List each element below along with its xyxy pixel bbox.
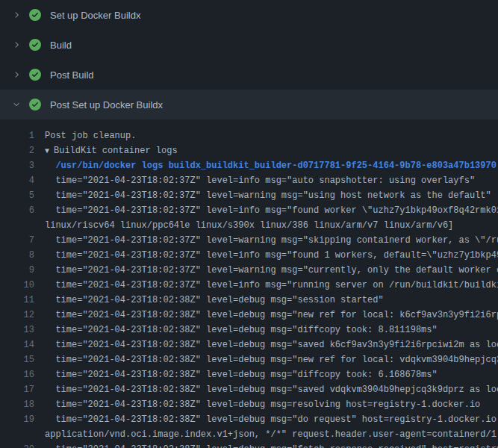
line-number	[0, 218, 45, 233]
log-text: time="2021-04-23T18:02:38Z" level=debug …	[45, 397, 498, 412]
line-number[interactable]: 7	[0, 233, 45, 248]
log-text: time="2021-04-23T18:02:37Z" level=warnin…	[45, 233, 498, 248]
log-line: 5 time="2021-04-23T18:02:37Z" level=warn…	[0, 188, 498, 203]
log-text: time="2021-04-23T18:02:38Z" level=debug …	[45, 442, 498, 448]
log-line: 7 time="2021-04-23T18:02:37Z" level=warn…	[0, 233, 498, 248]
section-header-build[interactable]: Build	[0, 30, 498, 60]
line-number[interactable]: 5	[0, 188, 45, 203]
chevron-right-icon	[12, 10, 21, 19]
line-number[interactable]: 20	[0, 442, 45, 448]
line-number[interactable]: 14	[0, 337, 45, 352]
log-line: 18 time="2021-04-23T18:02:38Z" level=deb…	[0, 397, 498, 412]
line-number[interactable]: 18	[0, 397, 45, 412]
command-text: /usr/bin/docker logs buildx_buildkit_bui…	[45, 158, 498, 173]
log-line: linux/riscv64 linux/ppc64le linux/s390x …	[0, 218, 498, 233]
log-text: time="2021-04-23T18:02:38Z" level=debug …	[45, 323, 498, 337]
log-line: 19 time="2021-04-23T18:02:38Z" level=deb…	[0, 412, 498, 427]
log-text: time="2021-04-23T18:02:37Z" level=info m…	[45, 278, 498, 293]
log-text: time="2021-04-23T18:02:38Z" level=debug …	[45, 367, 498, 382]
line-number[interactable]: 13	[0, 323, 45, 337]
check-circle-icon	[29, 69, 41, 81]
section-title: Build	[50, 40, 72, 51]
line-number[interactable]: 12	[0, 308, 45, 323]
log-text: Post job cleanup.	[45, 128, 498, 143]
log-text: time="2021-04-23T18:02:37Z" level=info m…	[45, 248, 498, 263]
log-text: time="2021-04-23T18:02:37Z" level=info m…	[45, 173, 498, 188]
log-text: time="2021-04-23T18:02:38Z" level=debug …	[45, 337, 498, 352]
log-text: time="2021-04-23T18:02:37Z" level=warnin…	[45, 263, 498, 278]
group-toggle-icon[interactable]: ▼	[45, 147, 54, 155]
log-text: application/vnd.oci.image.index.v1+json,…	[45, 427, 498, 442]
section-header-post-build[interactable]: Post Build	[0, 60, 498, 90]
chevron-right-icon	[12, 70, 21, 79]
line-number[interactable]: 16	[0, 367, 45, 382]
chevron-right-icon	[12, 40, 21, 49]
line-number[interactable]: 2	[0, 143, 45, 158]
section-title: Post Set up Docker Buildx	[50, 99, 163, 111]
log-line: 2▼ BuildKit container logs	[0, 143, 498, 158]
log-text: linux/riscv64 linux/ppc64le linux/s390x …	[45, 218, 498, 233]
log-text: time="2021-04-23T18:02:38Z" level=debug …	[45, 293, 498, 308]
line-number	[0, 427, 45, 442]
log-group-header: ▼ BuildKit container logs	[45, 143, 498, 158]
log-line: 11 time="2021-04-23T18:02:38Z" level=deb…	[0, 293, 498, 308]
chevron-down-icon	[12, 100, 21, 109]
log-line: 10 time="2021-04-23T18:02:37Z" level=inf…	[0, 278, 498, 293]
section-title: Post Build	[50, 69, 94, 81]
section-title: Set up Docker Buildx	[50, 10, 140, 21]
line-number[interactable]: 1	[0, 128, 45, 143]
log-text: time="2021-04-23T18:02:38Z" level=debug …	[45, 412, 498, 427]
log-line: 15 time="2021-04-23T18:02:38Z" level=deb…	[0, 352, 498, 367]
log-line: 6 time="2021-04-23T18:02:37Z" level=info…	[0, 203, 498, 218]
check-circle-icon	[29, 39, 41, 51]
log-line: 16 time="2021-04-23T18:02:38Z" level=deb…	[0, 367, 498, 382]
line-number[interactable]: 3	[0, 158, 45, 173]
line-number[interactable]: 11	[0, 293, 45, 308]
log-text: time="2021-04-23T18:02:37Z" level=warnin…	[45, 188, 498, 203]
log-line: 17 time="2021-04-23T18:02:38Z" level=deb…	[0, 382, 498, 397]
check-circle-icon	[29, 9, 41, 21]
log-text: time="2021-04-23T18:02:38Z" level=debug …	[45, 308, 498, 323]
log-area: 1Post job cleanup.2▼ BuildKit container …	[0, 119, 498, 448]
line-number[interactable]: 15	[0, 352, 45, 367]
line-number[interactable]: 4	[0, 173, 45, 188]
group-title: BuildKit container logs	[54, 146, 178, 156]
log-line: 3 /usr/bin/docker logs buildx_buildkit_b…	[0, 158, 498, 173]
line-number[interactable]: 8	[0, 248, 45, 263]
line-number[interactable]: 19	[0, 412, 45, 427]
check-circle-icon	[29, 99, 41, 111]
line-number[interactable]: 10	[0, 278, 45, 293]
log-line: 8 time="2021-04-23T18:02:37Z" level=info…	[0, 248, 498, 263]
log-line: 13 time="2021-04-23T18:02:38Z" level=deb…	[0, 323, 498, 337]
section-header-set-up-docker-buildx[interactable]: Set up Docker Buildx	[0, 0, 498, 30]
log-text: time="2021-04-23T18:02:38Z" level=debug …	[45, 352, 498, 367]
log-line: 1Post job cleanup.	[0, 128, 498, 143]
log-line: 9 time="2021-04-23T18:02:37Z" level=warn…	[0, 263, 498, 278]
log-line: 20 time="2021-04-23T18:02:38Z" level=deb…	[0, 442, 498, 448]
log-line: 14 time="2021-04-23T18:02:38Z" level=deb…	[0, 337, 498, 352]
section-header-post-set-up-docker-buildx[interactable]: Post Set up Docker Buildx	[0, 90, 498, 119]
log-line: application/vnd.oci.image.index.v1+json,…	[0, 427, 498, 442]
workflow-log-viewer: Set up Docker BuildxBuildPost BuildPost …	[0, 0, 498, 448]
line-number[interactable]: 9	[0, 263, 45, 278]
log-text: time="2021-04-23T18:02:38Z" level=debug …	[45, 382, 498, 397]
line-number[interactable]: 17	[0, 382, 45, 397]
log-line: 4 time="2021-04-23T18:02:37Z" level=info…	[0, 173, 498, 188]
log-line: 12 time="2021-04-23T18:02:38Z" level=deb…	[0, 308, 498, 323]
line-number[interactable]: 6	[0, 203, 45, 218]
log-text: time="2021-04-23T18:02:37Z" level=info m…	[45, 203, 498, 218]
